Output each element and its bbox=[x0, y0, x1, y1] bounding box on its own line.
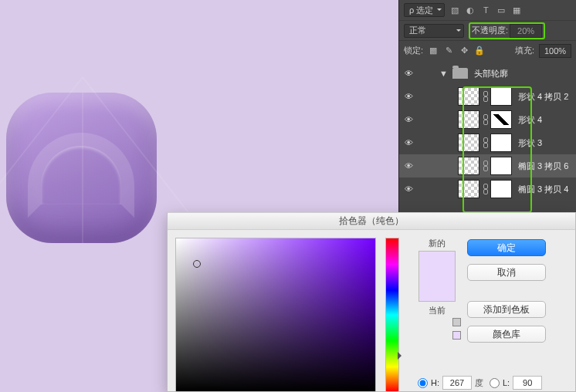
filter-adjust-icon[interactable]: ◐ bbox=[465, 5, 476, 15]
fill-field[interactable]: 100% bbox=[539, 44, 571, 58]
blend-mode-value: 正常 bbox=[409, 25, 426, 36]
layer-thumbnail[interactable] bbox=[458, 110, 479, 129]
picker-title: 拾色器（纯色） bbox=[339, 215, 404, 228]
mask-thumbnail[interactable] bbox=[490, 133, 512, 152]
lock-pixels-icon[interactable]: ✎ bbox=[443, 46, 454, 56]
glass-arc bbox=[28, 133, 134, 218]
lock-fill-row: 锁定: ▩ ✎ ✥ 🔒 填充: 100% bbox=[399, 40, 576, 60]
opacity-value: 20% bbox=[517, 26, 534, 35]
layer-kind-label: ρ 选定 bbox=[409, 5, 433, 16]
hue-value: 267 bbox=[450, 378, 464, 387]
layer-thumbnail[interactable] bbox=[458, 157, 479, 175]
lightness-label: L: bbox=[503, 378, 510, 387]
sv-cursor[interactable] bbox=[193, 260, 201, 268]
layer-kind-dropdown[interactable]: ρ 选定 bbox=[404, 3, 445, 17]
hue-slider[interactable] bbox=[385, 238, 399, 392]
layer-name: 形状 4 bbox=[518, 114, 542, 126]
layer-filter-row: ρ 选定 ▧ ◐ T ▭ ▦ bbox=[399, 0, 576, 20]
visibility-toggle[interactable]: 👁 bbox=[402, 92, 415, 101]
opacity-field[interactable]: 20% bbox=[510, 24, 542, 38]
hue-unit: 度 bbox=[475, 377, 483, 389]
layer-row[interactable]: 👁 形状 3 bbox=[399, 131, 576, 154]
blend-opacity-row: 正常 不透明度: 20% bbox=[399, 20, 576, 40]
ok-label: 确定 bbox=[497, 242, 516, 255]
layer-row[interactable]: 👁 形状 4 bbox=[399, 108, 576, 131]
hue-field[interactable]: 267 bbox=[442, 376, 472, 390]
swatch-column: 新的 当前 bbox=[413, 238, 461, 391]
link-icon[interactable] bbox=[483, 184, 487, 194]
color-lib-label: 颜色库 bbox=[493, 328, 520, 341]
filter-pixel-icon[interactable]: ▧ bbox=[449, 5, 460, 15]
gamut-warning-icon[interactable] bbox=[452, 318, 461, 326]
ok-button[interactable]: 确定 bbox=[467, 239, 546, 256]
mask-thumbnail[interactable] bbox=[490, 180, 512, 198]
add-swatch-label: 添加到色板 bbox=[483, 303, 530, 316]
layer-row[interactable]: 👁 椭圆 3 拷贝 6 bbox=[399, 154, 576, 177]
add-swatch-button[interactable]: 添加到色板 bbox=[467, 301, 546, 318]
cancel-label: 取消 bbox=[497, 266, 516, 279]
hue-group: H: 267 度 bbox=[418, 376, 483, 390]
filter-type-icon[interactable]: T bbox=[480, 5, 491, 15]
mask-thumbnail[interactable] bbox=[490, 157, 512, 175]
saturation-value-field[interactable] bbox=[175, 238, 376, 392]
link-icon[interactable] bbox=[483, 137, 487, 148]
fill-value: 100% bbox=[544, 46, 566, 56]
opacity-highlight: 不透明度: 20% bbox=[469, 22, 545, 39]
filter-smart-icon[interactable]: ▦ bbox=[511, 5, 522, 15]
swatch-stack bbox=[418, 251, 456, 302]
hsb-lab-row: H: 267 度 L: 90 bbox=[418, 376, 542, 390]
visibility-toggle[interactable]: 👁 bbox=[402, 69, 415, 78]
new-color-label: 新的 bbox=[429, 238, 446, 249]
visibility-toggle[interactable]: 👁 bbox=[402, 138, 415, 147]
lightness-radio[interactable] bbox=[490, 378, 500, 388]
layers-panel: ρ 选定 ▧ ◐ T ▭ ▦ 正常 不透明度: 20% 锁定: ▩ ✎ ✥ 🔒 … bbox=[398, 0, 576, 216]
visibility-toggle[interactable]: 👁 bbox=[402, 161, 415, 171]
link-icon[interactable] bbox=[483, 161, 487, 171]
layer-row[interactable]: 👁 椭圆 3 拷贝 4 bbox=[399, 177, 576, 201]
opacity-label: 不透明度: bbox=[472, 25, 508, 36]
layer-list: 👁 ▼ 头部轮廓 👁 形状 4 拷贝 2 👁 形状 4 👁 bbox=[399, 60, 576, 201]
lock-position-icon[interactable]: ✥ bbox=[459, 46, 469, 56]
folder-icon bbox=[452, 68, 468, 79]
hue-label: H: bbox=[431, 378, 439, 387]
hue-radio[interactable] bbox=[418, 378, 428, 388]
link-icon[interactable] bbox=[483, 91, 487, 102]
lock-transparency-icon[interactable]: ▩ bbox=[428, 46, 439, 56]
layer-thumbnail[interactable] bbox=[458, 133, 479, 152]
fill-label: 填充: bbox=[515, 45, 534, 56]
layer-group-row[interactable]: 👁 ▼ 头部轮廓 bbox=[399, 62, 576, 85]
filter-shape-icon[interactable]: ▭ bbox=[496, 5, 507, 15]
picker-titlebar[interactable]: 拾色器（纯色） bbox=[168, 213, 575, 230]
layer-name: 椭圆 3 拷贝 6 bbox=[518, 161, 568, 172]
layer-name: 椭圆 3 拷贝 4 bbox=[518, 184, 568, 195]
app-icon-preview bbox=[6, 93, 157, 243]
color-picker-window: 拾色器（纯色） 新的 当前 确定 取消 bbox=[167, 212, 576, 392]
current-color-swatch[interactable] bbox=[419, 276, 455, 301]
visibility-toggle[interactable]: 👁 bbox=[402, 115, 415, 124]
picker-buttons: 确定 取消 添加到色板 颜色库 bbox=[467, 238, 546, 391]
layer-thumbnail[interactable] bbox=[458, 180, 479, 198]
hue-pointer-icon[interactable] bbox=[398, 352, 405, 360]
cancel-button[interactable]: 取消 bbox=[467, 264, 546, 281]
color-libraries-button[interactable]: 颜色库 bbox=[467, 326, 546, 343]
layer-thumbnail[interactable] bbox=[458, 87, 479, 106]
layer-name: 形状 4 拷贝 2 bbox=[518, 91, 568, 103]
layer-row[interactable]: 👁 形状 4 拷贝 2 bbox=[399, 85, 576, 108]
mask-thumbnail[interactable] bbox=[490, 87, 512, 106]
current-color-label: 当前 bbox=[429, 305, 446, 316]
link-icon[interactable] bbox=[483, 114, 487, 125]
lock-all-icon[interactable]: 🔒 bbox=[474, 46, 485, 56]
lightness-value: 90 bbox=[523, 378, 532, 387]
new-color-swatch[interactable] bbox=[419, 252, 455, 276]
lightness-field[interactable]: 90 bbox=[513, 376, 542, 390]
mask-thumbnail[interactable] bbox=[490, 110, 512, 129]
group-disclosure-icon[interactable]: ▼ bbox=[439, 69, 448, 78]
group-name: 头部轮廓 bbox=[474, 68, 508, 79]
lightness-group: L: 90 bbox=[490, 376, 542, 390]
lock-label: 锁定: bbox=[404, 45, 423, 56]
visibility-toggle[interactable]: 👁 bbox=[402, 184, 415, 194]
layer-name: 形状 3 bbox=[518, 137, 542, 149]
blend-mode-dropdown[interactable]: 正常 bbox=[404, 24, 464, 38]
websafe-swatch[interactable] bbox=[452, 331, 461, 340]
